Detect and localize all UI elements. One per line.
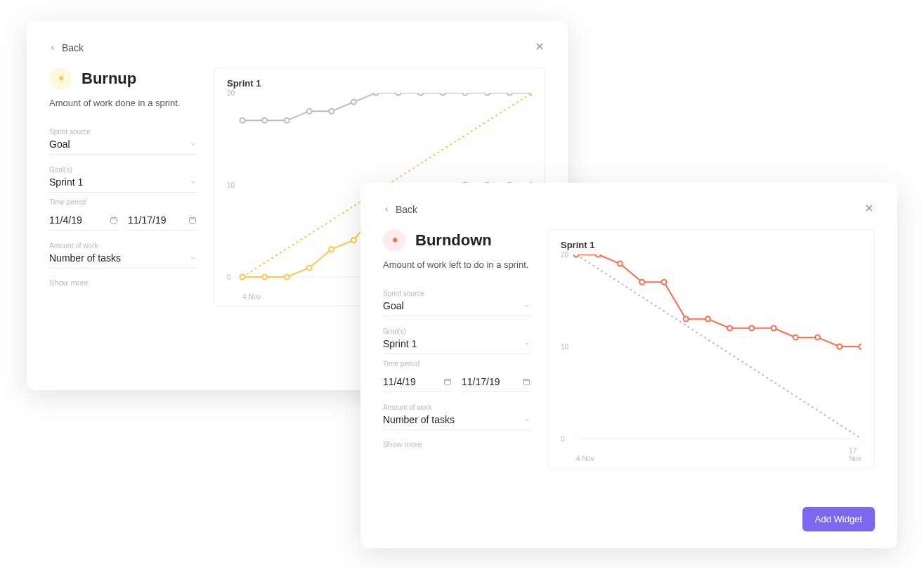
chevron-down-icon bbox=[523, 302, 531, 309]
svg-point-20 bbox=[329, 247, 334, 252]
field-label: Goal(s) bbox=[383, 328, 531, 335]
svg-point-11 bbox=[441, 93, 445, 96]
svg-point-34 bbox=[639, 280, 644, 285]
field-label: Amount of work bbox=[49, 242, 197, 250]
burndown-chart: 010204 Nov17 Nov bbox=[561, 254, 861, 451]
svg-point-5 bbox=[307, 109, 312, 114]
burndown-modal: Back Burndown Amount of work left to do … bbox=[360, 183, 897, 548]
svg-point-36 bbox=[684, 316, 689, 321]
svg-point-32 bbox=[596, 254, 601, 257]
start-date: 11/4/19 bbox=[383, 376, 416, 387]
chevron-left-icon bbox=[383, 206, 390, 213]
svg-point-40 bbox=[772, 325, 776, 330]
svg-point-19 bbox=[307, 265, 312, 270]
calendar-icon bbox=[443, 377, 452, 386]
chevron-down-icon bbox=[190, 254, 197, 262]
svg-point-3 bbox=[262, 118, 267, 123]
calendar-icon bbox=[110, 216, 118, 224]
widget-description: Amount of work done in a sprint. bbox=[49, 97, 197, 110]
start-date-field[interactable]: 11/4/19 bbox=[383, 370, 452, 392]
close-button[interactable] bbox=[864, 202, 875, 217]
burndown-chart-panel: Sprint 1 010204 Nov17 Nov bbox=[547, 229, 875, 468]
close-icon bbox=[864, 202, 875, 214]
svg-point-6 bbox=[329, 109, 334, 114]
svg-point-13 bbox=[485, 93, 490, 96]
field-value: Number of tasks bbox=[49, 252, 121, 264]
chevron-down-icon bbox=[523, 340, 531, 347]
svg-point-37 bbox=[705, 316, 710, 321]
field-label: Time period bbox=[49, 198, 197, 206]
widget-description: Amount of work left to do in a sprint. bbox=[383, 259, 531, 271]
calendar-icon bbox=[522, 377, 531, 386]
svg-point-33 bbox=[618, 262, 623, 266]
chevron-down-icon bbox=[190, 179, 197, 186]
svg-point-9 bbox=[396, 93, 401, 96]
field-label: Goal(s) bbox=[49, 166, 197, 174]
svg-point-18 bbox=[285, 275, 289, 280]
back-label: Back bbox=[396, 204, 417, 215]
svg-point-39 bbox=[749, 325, 754, 330]
back-button[interactable]: Back bbox=[49, 42, 84, 53]
flame-icon bbox=[56, 73, 65, 84]
svg-point-16 bbox=[240, 275, 245, 280]
sprint-source-field[interactable]: Sprint source Goal bbox=[383, 284, 531, 316]
goals-field[interactable]: Goal(s) Sprint 1 bbox=[49, 160, 197, 193]
burnup-icon bbox=[49, 67, 72, 90]
chevron-left-icon bbox=[49, 44, 56, 51]
close-button[interactable] bbox=[534, 41, 545, 55]
widget-title: Burnup bbox=[82, 70, 136, 88]
field-value: Sprint 1 bbox=[383, 338, 417, 349]
svg-point-31 bbox=[574, 254, 579, 257]
field-label: Sprint source bbox=[383, 290, 531, 297]
goals-field[interactable]: Goal(s) Sprint 1 bbox=[383, 322, 531, 354]
svg-point-17 bbox=[262, 275, 267, 280]
widget-title: Burndown bbox=[415, 231, 492, 250]
chevron-down-icon bbox=[523, 416, 531, 423]
back-label: Back bbox=[62, 42, 84, 53]
amount-of-work-field[interactable]: Amount of work Number of tasks bbox=[383, 398, 531, 430]
burndown-icon bbox=[383, 229, 405, 252]
end-date-field[interactable]: 11/17/19 bbox=[462, 370, 531, 392]
add-widget-button[interactable]: Add Widget bbox=[802, 507, 875, 531]
svg-point-38 bbox=[727, 325, 732, 330]
amount-of-work-field[interactable]: Amount of work Number of tasks bbox=[49, 236, 197, 269]
svg-point-12 bbox=[462, 93, 467, 96]
svg-point-8 bbox=[374, 93, 379, 96]
field-label: Time period bbox=[383, 360, 531, 368]
field-value: Sprint 1 bbox=[49, 176, 83, 188]
field-value: Goal bbox=[49, 138, 70, 150]
svg-point-14 bbox=[507, 93, 512, 96]
field-label: Sprint source bbox=[49, 128, 197, 136]
svg-point-41 bbox=[793, 335, 798, 340]
svg-point-43 bbox=[837, 344, 842, 349]
show-more-link[interactable]: Show more bbox=[383, 440, 531, 448]
config-sidebar: Burnup Amount of work done in a sprint. … bbox=[49, 67, 197, 306]
svg-point-4 bbox=[285, 118, 289, 123]
svg-point-35 bbox=[661, 280, 666, 285]
end-date-field[interactable]: 11/17/19 bbox=[128, 209, 197, 231]
flame-icon bbox=[389, 235, 399, 246]
svg-point-7 bbox=[351, 100, 356, 105]
chevron-down-icon bbox=[190, 141, 197, 148]
svg-point-10 bbox=[418, 93, 423, 96]
field-label: Amount of work bbox=[383, 404, 531, 411]
sprint-source-field[interactable]: Sprint source Goal bbox=[49, 122, 197, 155]
start-date-field[interactable]: 11/4/19 bbox=[49, 209, 118, 231]
svg-point-2 bbox=[240, 118, 245, 123]
field-value: Goal bbox=[383, 300, 404, 311]
back-button[interactable]: Back bbox=[383, 204, 417, 215]
end-date: 11/17/19 bbox=[462, 376, 500, 387]
svg-point-21 bbox=[351, 238, 356, 243]
chart-title: Sprint 1 bbox=[561, 240, 861, 250]
show-more-link[interactable]: Show more bbox=[49, 278, 197, 287]
field-value: Number of tasks bbox=[383, 414, 455, 425]
svg-point-44 bbox=[859, 344, 862, 349]
chart-title: Sprint 1 bbox=[227, 78, 532, 89]
svg-point-42 bbox=[815, 335, 820, 340]
end-date: 11/17/19 bbox=[128, 214, 167, 226]
calendar-icon bbox=[188, 216, 197, 224]
start-date: 11/4/19 bbox=[49, 214, 82, 226]
config-sidebar: Burndown Amount of work left to do in a … bbox=[383, 229, 531, 468]
close-icon bbox=[534, 41, 545, 52]
